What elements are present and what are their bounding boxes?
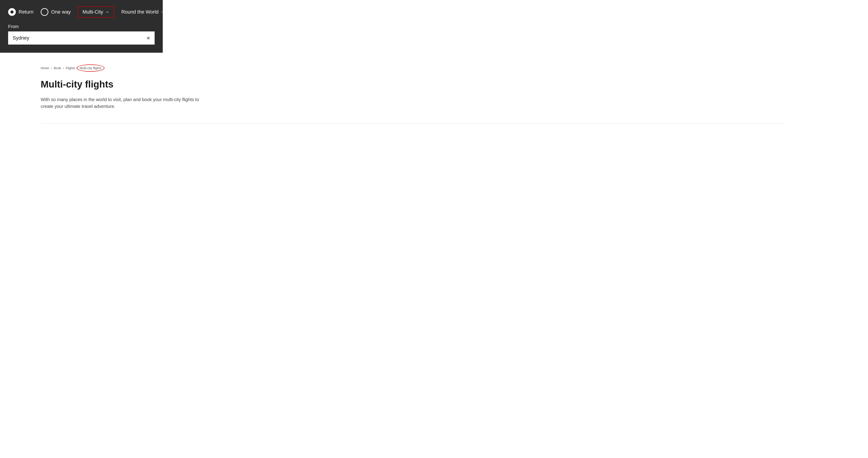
- close-icon: ×: [147, 35, 150, 41]
- trip-type-options: Return One way Multi-City → Round the Wo…: [8, 6, 155, 18]
- return-label: Return: [19, 9, 33, 15]
- multi-city-label: Multi-City →: [83, 9, 110, 15]
- from-section: From Sydney ×: [8, 24, 155, 45]
- breadcrumb-home[interactable]: Home: [41, 66, 49, 70]
- page-title: Multi-city flights: [41, 79, 868, 90]
- breadcrumb: Home › Book › Flights › Multi-city fligh…: [41, 66, 868, 70]
- breadcrumb-book[interactable]: Book: [54, 66, 61, 70]
- return-radio[interactable]: [8, 8, 16, 16]
- round-world-option[interactable]: Round the World →: [121, 9, 165, 15]
- one-way-option[interactable]: One way: [41, 8, 71, 16]
- page-description: With so many places in the world to visi…: [41, 96, 208, 110]
- from-label: From: [8, 24, 155, 29]
- from-input-value: Sydney: [13, 35, 147, 41]
- content-area: Home › Book › Flights › Multi-city fligh…: [0, 53, 868, 133]
- flight-search-panel: Return One way Multi-City → Round the Wo…: [0, 0, 163, 53]
- breadcrumb-sep-2: ›: [63, 66, 64, 70]
- one-way-radio[interactable]: [41, 8, 49, 16]
- content-divider: [41, 123, 785, 123]
- from-input-container: Sydney ×: [8, 31, 155, 45]
- multi-city-button[interactable]: Multi-City →: [78, 6, 114, 18]
- breadcrumb-current: Multi-city flights: [80, 66, 101, 70]
- breadcrumb-flights[interactable]: Flights: [66, 66, 75, 70]
- return-option[interactable]: Return: [8, 8, 33, 16]
- clear-from-button[interactable]: ×: [147, 35, 150, 41]
- round-world-label: Round the World →: [121, 9, 165, 15]
- breadcrumb-sep-1: ›: [51, 66, 52, 70]
- one-way-label: One way: [51, 9, 71, 15]
